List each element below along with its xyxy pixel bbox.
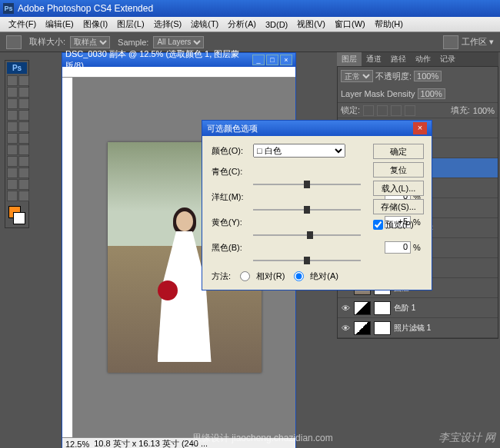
layer-row[interactable]: 👁照片滤镜 1 [338,318,498,338]
menu-item[interactable]: 文件(F) [4,17,41,32]
sample-label: Sample: [118,38,148,47]
relative-radio[interactable] [240,271,250,281]
black-slider[interactable] [253,257,361,264]
marquee-tool[interactable] [18,75,29,86]
menu-item[interactable]: 图层(L) [112,17,148,32]
mask-thumb [374,301,391,315]
maximize-button[interactable]: □ [266,55,278,65]
menu-item[interactable]: 分析(A) [223,17,261,32]
magenta-slider[interactable] [253,206,361,214]
lasso-tool[interactable] [7,87,18,98]
menu-item[interactable]: 编辑(E) [41,17,78,32]
heal-tool[interactable] [7,110,18,121]
eyedropper-tool[interactable] [18,98,29,109]
minimize-button[interactable]: _ [252,55,265,65]
workspace: Ps DSC_0030 副本 @ 12.5% (选取颜色 1, 图层蒙版/8) … [0,52,500,448]
zoom-level[interactable]: 12.5% [65,440,89,449]
load-button[interactable]: 载入(L)... [373,181,424,196]
panel-tab[interactable]: 通道 [362,52,386,66]
save-button[interactable]: 存储(S)... [373,199,424,214]
dodge-tool[interactable] [18,144,29,155]
hand-tool[interactable] [18,179,29,190]
screen-mode-icon[interactable] [443,35,458,49]
color-select[interactable]: □ 白色 [253,144,345,158]
menu-bar: 文件(F)编辑(E)图像(I)图层(L)选择(S)滤镜(T)分析(A)3D(D)… [0,17,500,32]
method-label: 方法: [212,270,231,282]
app-title: Adobe Photoshop CS4 Extended [18,3,153,14]
dialog-titlebar[interactable]: 可选颜色选项 × [202,121,432,136]
absolute-radio[interactable] [294,271,304,281]
toolbox-header-icon: Ps [7,62,27,74]
panel-tab[interactable]: 图层 [337,52,362,66]
yellow-slider[interactable] [253,231,361,239]
menu-item[interactable]: 选择(S) [149,17,187,32]
move-tool[interactable] [7,75,18,86]
mask-thumb [374,321,391,335]
panel-tab[interactable]: 记录 [435,52,460,66]
history-brush-tool[interactable] [18,121,29,132]
preview-checkbox[interactable] [373,220,383,230]
sample-select[interactable]: All Layers [153,36,204,48]
panel-tab[interactable]: 路径 [386,52,411,66]
shape-tool[interactable] [18,168,29,178]
document-titlebar[interactable]: DSC_0030 副本 @ 12.5% (选取颜色 1, 图层蒙版/8) _ □… [62,53,295,67]
cyan-label: 青色(C): [212,166,253,178]
lock-transparent-icon[interactable] [363,105,374,116]
sample-size-select[interactable]: 取样点 [70,36,110,48]
density-value[interactable]: 100% [418,88,445,99]
lock-label: 锁定: [341,105,360,116]
menu-item[interactable]: 帮助(H) [370,17,408,32]
lock-pixels-icon[interactable] [377,105,388,116]
method-row: 方法: 相对(R) 绝对(A) [212,270,422,282]
watermark2: 思缘设计 jiaocheng.chazidian.com [192,432,333,445]
blur-tool[interactable] [7,144,18,155]
layer-row[interactable]: 👁色阶 1 [338,298,498,318]
panel-tab[interactable]: 动作 [411,52,435,66]
type-tool[interactable] [18,156,29,167]
layer-name: 照片滤镜 1 [394,323,495,334]
gradient-tool[interactable] [18,133,29,144]
zoom-tool[interactable] [7,191,18,201]
close-dialog-button[interactable]: × [413,122,427,134]
pen-tool[interactable] [7,156,18,167]
panel-tabs: 图层通道路径动作记录 [337,52,498,66]
fill-label: 填充: [451,105,470,116]
menu-item[interactable]: 窗口(W) [330,17,370,32]
fill-value[interactable]: 100% [473,106,495,115]
color-label: 颜色(O): [212,145,253,157]
current-tool-icon[interactable] [6,35,22,49]
lock-position-icon[interactable] [391,105,402,116]
background-color[interactable] [13,212,25,224]
document-title: DSC_0030 副本 @ 12.5% (选取颜色 1, 图层蒙版/8) [65,48,252,71]
path-tool[interactable] [7,168,18,178]
workspace-switcher[interactable]: 工作区 ▾ [462,36,494,48]
black-input[interactable]: 0 [385,241,411,254]
density-label: Layer Mask Density [341,89,415,98]
cyan-slider[interactable] [253,181,361,188]
layer-thumb [354,301,371,315]
menu-item[interactable]: 图像(I) [78,17,112,32]
brush-tool[interactable] [18,110,29,121]
close-doc-button[interactable]: × [280,55,292,65]
visibility-eye-icon[interactable]: 👁 [340,303,351,314]
lock-all-icon[interactable] [405,105,415,116]
menu-item[interactable]: 视图(V) [292,17,330,32]
blend-mode-select[interactable]: 正常 [341,70,373,82]
color-swatches [7,204,27,226]
3d-tool[interactable] [7,179,18,190]
opacity-value[interactable]: 100% [414,71,442,81]
opacity-label: 不透明度: [375,71,412,82]
black-label: 黑色(B): [212,242,253,254]
menu-item[interactable]: 滤镜(T) [186,17,223,32]
rotate-tool[interactable] [18,191,29,201]
crop-tool[interactable] [7,98,18,109]
eraser-tool[interactable] [7,133,18,144]
stamp-tool[interactable] [7,121,18,132]
menu-item[interactable]: 3D(D) [261,18,292,31]
cancel-button[interactable]: 复位 [373,162,424,178]
doc-info: 10.8 英寸 x 16.13 英寸 (240 ... [94,438,208,448]
wand-tool[interactable] [18,87,29,98]
visibility-eye-icon[interactable]: 👁 [340,323,351,334]
selective-color-dialog: 可选颜色选项 × 颜色(O): □ 白色 青色(C):0% 洋红(M):0% 黄… [202,120,432,290]
ok-button[interactable]: 确定 [373,144,424,159]
